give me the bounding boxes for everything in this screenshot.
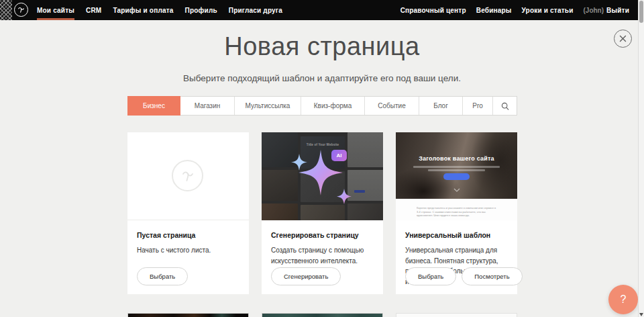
nav-tariffs[interactable]: Тарифы и оплата: [113, 0, 173, 20]
secondary-nav: Справочный центр Вебинары Уроки и статьи…: [400, 0, 629, 20]
ai-generate-preview: Title of Your Website AI: [262, 132, 383, 220]
preview-paragraph: Коротко представьтесь и расскажите о ком…: [417, 206, 497, 218]
template-card-universal[interactable]: Заголовок вашего сайта Коротко представь…: [396, 132, 517, 294]
universal-template-preview: Заголовок вашего сайта Коротко представь…: [396, 132, 517, 220]
nav-profile[interactable]: Профиль: [185, 0, 217, 20]
nav-help-center[interactable]: Справочный центр: [400, 0, 466, 20]
logout-link[interactable]: Выйти: [606, 0, 629, 20]
template-card-ai-generate[interactable]: Title of Your Website AI: [262, 132, 383, 294]
choose-template-button[interactable]: Выбрать: [405, 267, 456, 285]
ai-badge: AI: [331, 150, 347, 161]
tilda-logo-icon: [17, 5, 25, 14]
template-card-partial[interactable]: [262, 313, 383, 317]
new-page-modal-screen: Мои сайты CRM Тарифы и оплата Профиль Пр…: [0, 0, 644, 317]
page-scrollbar[interactable]: [638, 0, 644, 317]
photo-shade: [396, 168, 460, 199]
scrollbar-down-arrow[interactable]: [639, 313, 643, 316]
card-description: Начать с чистого листа.: [137, 245, 239, 256]
tab-shop[interactable]: Магазин: [180, 97, 235, 115]
template-card-partial[interactable]: [127, 313, 249, 317]
card-title: Универсальный шаблон: [405, 231, 508, 239]
generate-button[interactable]: Сгенерировать: [271, 267, 341, 285]
nav-crm[interactable]: CRM: [86, 0, 101, 20]
tab-event[interactable]: Событие: [365, 97, 419, 115]
view-template-button[interactable]: Посмотреть: [462, 267, 522, 285]
tab-business[interactable]: Бизнес: [127, 96, 180, 116]
preview-hero-title: Заголовок вашего сайта: [396, 155, 517, 162]
preview-hero-section: Заголовок вашего сайта: [396, 132, 517, 199]
tab-quiz-form[interactable]: Квиз-форма: [301, 97, 365, 115]
search-icon: [501, 102, 509, 110]
card-text-area: Пустая страница Начать с чистого листа.: [127, 220, 249, 256]
topbar: Мои сайты CRM Тарифы и оплата Профиль Пр…: [0, 0, 644, 20]
chevron-down-icon: [453, 188, 460, 192]
hero-subtitle-line: [428, 169, 485, 171]
nav-webinars[interactable]: Вебинары: [476, 0, 512, 20]
tab-multilink[interactable]: Мультиссылка: [235, 97, 301, 115]
scrollbar-thumb[interactable]: [639, 1, 643, 23]
preview-text-section: Коротко представьтесь и расскажите о ком…: [396, 199, 517, 220]
tilda-logo[interactable]: [14, 3, 28, 17]
user-session: (John) Выйти: [583, 0, 629, 20]
card-title: Пустая страница: [137, 231, 239, 239]
question-mark-icon: ?: [621, 293, 627, 306]
template-card-blank-page[interactable]: Пустая страница Начать с чистого листа. …: [127, 132, 249, 294]
template-category-tabs: Бизнес Магазин Мультиссылка Квиз-форма С…: [127, 96, 517, 116]
tilda-watermark-icon: [172, 160, 203, 191]
card-description: Создать страницу с помощью искусственног…: [271, 245, 373, 266]
blank-page-preview: [127, 132, 249, 220]
main-nav: Мои сайты CRM Тарифы и оплата Профиль Пр…: [37, 0, 282, 20]
nav-invite-friend[interactable]: Пригласи друга: [229, 0, 282, 20]
ai-sparkle-icon: [284, 144, 365, 212]
tab-pro[interactable]: Pro: [463, 97, 493, 115]
hero-subtitle-line: [413, 166, 500, 168]
nav-lessons[interactable]: Уроки и статьи: [522, 0, 574, 20]
preview-cta-button: [443, 173, 470, 180]
tab-blog[interactable]: Блог: [419, 97, 463, 115]
tab-search[interactable]: [493, 97, 517, 115]
page-subtitle: Выберите подходящий шаблон и адаптируйте…: [0, 73, 644, 83]
card-text-area: Сгенерировать страницу Создать страницу …: [262, 220, 383, 266]
page-title: Новая страница: [0, 32, 644, 61]
nav-my-sites[interactable]: Мои сайты: [37, 0, 74, 20]
user-name: (John): [583, 7, 604, 14]
choose-blank-button[interactable]: Выбрать: [137, 267, 188, 285]
background-pattern-strip: [0, 0, 12, 20]
card-title: Сгенерировать страницу: [271, 231, 374, 239]
template-card-partial[interactable]: [396, 313, 517, 317]
help-button[interactable]: ?: [608, 285, 638, 314]
